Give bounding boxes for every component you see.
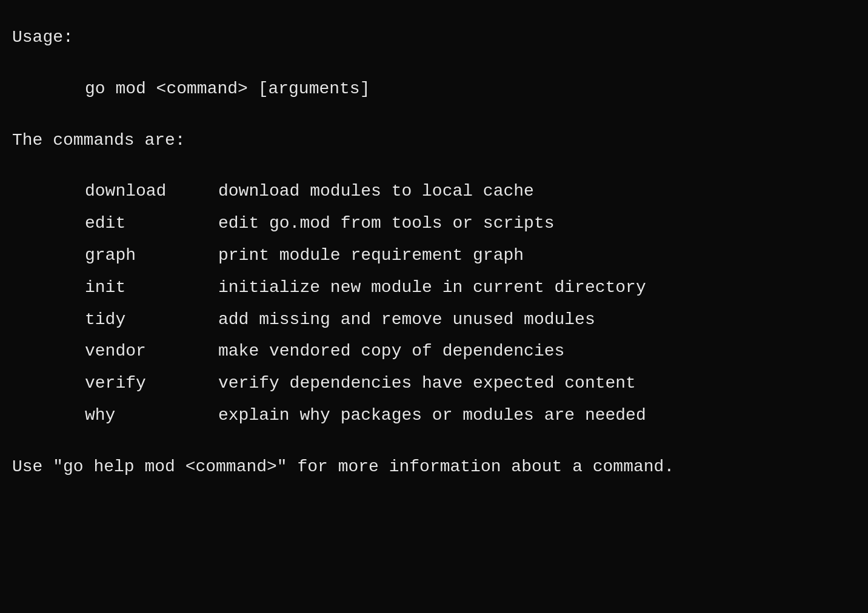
commands-table: downloaddownload modules to local cachee… [85,178,856,429]
command-name: init [85,274,218,302]
command-description: explain why packages or modules are need… [218,402,646,429]
commands-header: The commands are: [12,127,856,154]
usage-label-text: Usage: [12,28,73,47]
command-description: verify dependencies have expected conten… [218,370,636,397]
command-row: editedit go.mod from tools or scripts [85,210,856,237]
command-description: download modules to local cache [218,178,534,205]
help-text: Use "go help mod <command>" for more inf… [12,454,856,481]
command-row: initinitialize new module in current dir… [85,274,856,302]
command-row: graphprint module requirement graph [85,242,856,270]
command-description: make vendored copy of dependencies [218,338,564,365]
command-row: tidyadd missing and remove unused module… [85,306,856,334]
help-text-content: Use "go help mod <command>" for more inf… [12,457,674,476]
command-description: add missing and remove unused modules [218,306,595,334]
command-description: initialize new module in current directo… [218,274,646,302]
command-name: why [85,402,218,429]
commands-header-text: The commands are: [12,131,185,150]
command-name: verify [85,370,218,397]
command-row: whyexplain why packages or modules are n… [85,402,856,429]
command-name: vendor [85,338,218,365]
command-row: vendormake vendored copy of dependencies [85,338,856,365]
command-name: edit [85,210,218,237]
command-name: tidy [85,306,218,334]
command-name: graph [85,242,218,270]
command-description: print module requirement graph [218,242,524,270]
command-name: download [85,178,218,205]
usage-command: go mod <command> [arguments] [85,76,856,103]
usage-command-text: go mod <command> [arguments] [85,79,370,98]
terminal-output: Usage: go mod <command> [arguments] The … [12,24,856,481]
command-row: downloaddownload modules to local cache [85,178,856,205]
command-row: verifyverify dependencies have expected … [85,370,856,397]
usage-label: Usage: [12,24,856,51]
command-description: edit go.mod from tools or scripts [218,210,555,237]
